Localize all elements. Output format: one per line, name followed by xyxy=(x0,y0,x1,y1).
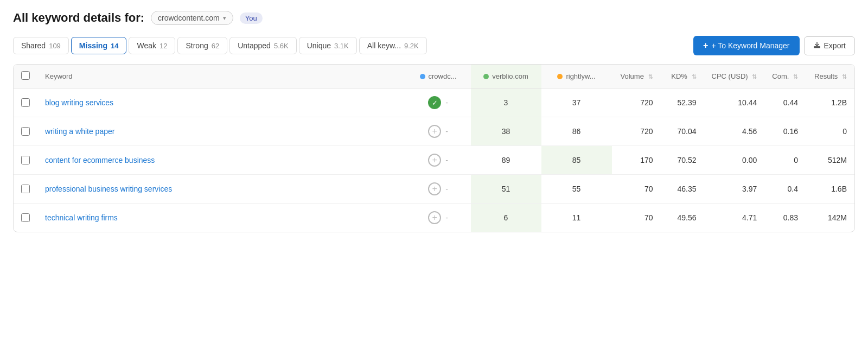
tab-missing-count: 14 xyxy=(111,42,118,50)
header: All keyword details for: crowdcontent.co… xyxy=(13,11,855,25)
row-checkbox-cell[interactable] xyxy=(14,146,37,175)
row-checkbox-cell[interactable] xyxy=(14,175,37,204)
page-title: All keyword details for: xyxy=(13,11,144,25)
com-column-header[interactable]: Com. ⇅ xyxy=(764,65,806,88)
table-row: blog writing services ✓ - 3 37 720 52.39… xyxy=(14,88,854,117)
keyword-link[interactable]: technical writing firms xyxy=(45,213,118,222)
site2-dot xyxy=(483,74,489,79)
tab-untapped[interactable]: Untapped 5.6K xyxy=(229,37,296,54)
tab-untapped-label: Untapped xyxy=(238,41,271,50)
keyword-cell: writing a white paper xyxy=(37,117,406,146)
tab-shared-count: 109 xyxy=(49,42,61,50)
row-checkbox[interactable] xyxy=(21,127,30,136)
site2-cell: 3 xyxy=(471,88,541,117)
status-plus-icon[interactable]: + xyxy=(428,182,441,195)
row-checkbox[interactable] xyxy=(21,213,30,222)
row-checkbox-cell[interactable] xyxy=(14,117,37,146)
tab-allkeyw-count: 9.2K xyxy=(404,42,419,50)
site1-cell: + - xyxy=(406,146,471,175)
kd-cell: 52.39 xyxy=(661,88,704,117)
results-cell: 142M xyxy=(806,204,854,232)
tab-shared[interactable]: Shared 109 xyxy=(13,37,69,54)
tab-weak[interactable]: Weak 12 xyxy=(129,37,175,54)
tab-unique-label: Unique xyxy=(307,41,331,50)
tab-shared-label: Shared xyxy=(21,41,46,50)
keyword-manager-label: + To Keyword Manager xyxy=(711,41,789,50)
svg-rect-2 xyxy=(814,47,820,48)
site2-cell: 38 xyxy=(471,117,541,146)
kd-cell: 46.35 xyxy=(661,175,704,204)
you-badge: You xyxy=(240,12,263,24)
domain-selector[interactable]: crowdcontent.com ▾ xyxy=(151,11,233,25)
status-plus-icon[interactable]: + xyxy=(428,154,441,167)
tabs-container: Shared 109 Missing 14 Weak 12 Strong 62 … xyxy=(13,37,691,54)
chevron-down-icon: ▾ xyxy=(223,15,226,22)
site2-cell: 51 xyxy=(471,175,541,204)
results-cell: 512M xyxy=(806,146,854,175)
tabs-row: Shared 109 Missing 14 Weak 12 Strong 62 … xyxy=(13,36,855,55)
keyword-link[interactable]: blog writing services xyxy=(45,98,113,107)
keyword-link[interactable]: writing a white paper xyxy=(45,127,114,136)
tab-unique[interactable]: Unique 3.1K xyxy=(299,37,357,54)
site2-name: verblio.com xyxy=(492,72,528,80)
site3-cell: 85 xyxy=(541,146,612,175)
com-cell: 0.4 xyxy=(764,175,806,204)
cpc-cell: 0.00 xyxy=(704,146,765,175)
row-checkbox[interactable] xyxy=(21,185,30,193)
status-plus-icon[interactable]: + xyxy=(428,125,441,138)
export-icon xyxy=(813,41,821,50)
cpc-cell: 4.71 xyxy=(704,204,765,232)
tab-weak-count: 12 xyxy=(159,42,167,50)
keyword-manager-button[interactable]: + + To Keyword Manager xyxy=(693,36,799,55)
com-cell: 0.16 xyxy=(764,117,806,146)
kd-cell: 70.52 xyxy=(661,146,704,175)
cpc-column-header[interactable]: CPC (USD) ⇅ xyxy=(704,65,765,88)
tab-missing[interactable]: Missing 14 xyxy=(71,37,127,54)
kd-sort-icon: ⇅ xyxy=(692,73,697,80)
results-column-header[interactable]: Results ⇅ xyxy=(806,65,854,88)
table-row: technical writing firms + - 6 11 70 49.5… xyxy=(14,204,854,232)
tab-strong-count: 62 xyxy=(212,42,219,50)
site1-column-header: crowdc... xyxy=(406,65,471,88)
row-checkbox-cell[interactable] xyxy=(14,204,37,232)
actions-container: + + To Keyword Manager Export xyxy=(693,36,855,55)
site3-cell: 55 xyxy=(541,175,612,204)
com-cell: 0.83 xyxy=(764,204,806,232)
keyword-link[interactable]: content for ecommerce business xyxy=(45,156,155,164)
site1-cell: + - xyxy=(406,204,471,232)
site1-name: crowdc... xyxy=(429,72,457,80)
keyword-link[interactable]: professional business writing services xyxy=(45,185,172,193)
row-checkbox[interactable] xyxy=(21,156,30,164)
site1-dot xyxy=(420,74,425,79)
kd-cell: 70.04 xyxy=(661,117,704,146)
keyword-column-header: Keyword xyxy=(37,65,406,88)
tab-strong-label: Strong xyxy=(186,41,208,50)
kd-column-header[interactable]: KD% ⇅ xyxy=(661,65,704,88)
status-check-icon: ✓ xyxy=(428,96,441,109)
tab-allkeyw[interactable]: All keyw... 9.2K xyxy=(359,37,427,54)
keyword-cell: technical writing firms xyxy=(37,204,406,232)
select-all-header[interactable] xyxy=(14,65,37,88)
status-plus-icon[interactable]: + xyxy=(428,211,441,224)
table-row: professional business writing services +… xyxy=(14,175,854,204)
site2-column-header: verblio.com xyxy=(471,65,541,88)
keyword-cell: blog writing services xyxy=(37,88,406,117)
kd-cell: 49.56 xyxy=(661,204,704,232)
results-cell: 1.2B xyxy=(806,88,854,117)
site1-cell: + - xyxy=(406,175,471,204)
site3-column-header: rightlyw... xyxy=(541,65,612,88)
site3-cell: 86 xyxy=(541,117,612,146)
volume-column-header[interactable]: Volume ⇅ xyxy=(612,65,661,88)
site2-cell: 89 xyxy=(471,146,541,175)
table-row: content for ecommerce business + - 89 85… xyxy=(14,146,854,175)
export-button[interactable]: Export xyxy=(804,36,855,55)
row-checkbox-cell[interactable] xyxy=(14,88,37,117)
tab-unique-count: 3.1K xyxy=(334,42,349,50)
select-all-checkbox[interactable] xyxy=(21,71,30,80)
row-checkbox[interactable] xyxy=(21,98,30,107)
cpc-cell: 3.97 xyxy=(704,175,765,204)
tab-strong[interactable]: Strong 62 xyxy=(177,37,227,54)
keyword-cell: content for ecommerce business xyxy=(37,146,406,175)
site2-cell: 6 xyxy=(471,204,541,232)
site3-cell: 37 xyxy=(541,88,612,117)
